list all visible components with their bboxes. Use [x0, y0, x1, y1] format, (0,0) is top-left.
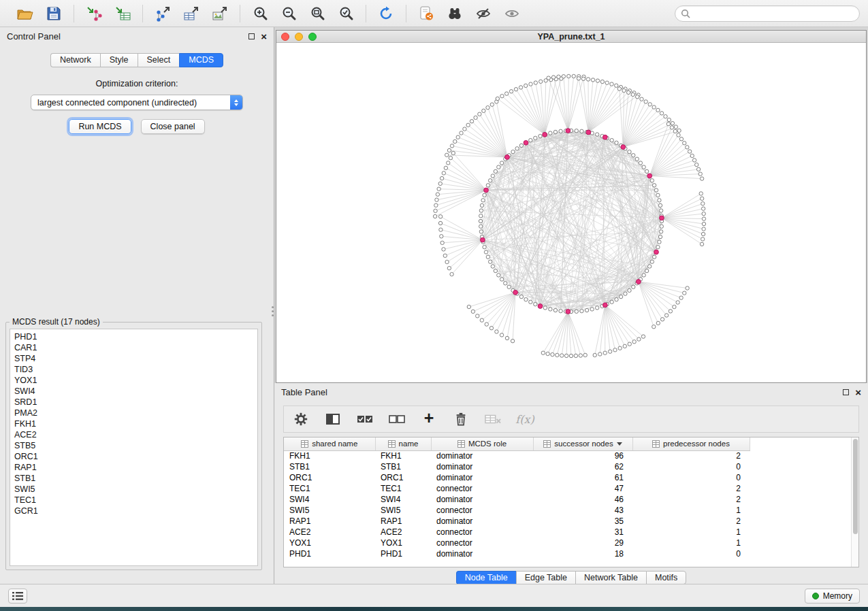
import-network-button[interactable] — [83, 3, 105, 24]
cell-name[interactable]: PHD1 — [375, 548, 431, 559]
cell-predecessors[interactable]: 1 — [632, 527, 750, 538]
cell-name[interactable]: YOX1 — [375, 538, 431, 548]
cell-role[interactable]: dominator — [431, 461, 533, 472]
column-header-mcds-role[interactable]: MCDS role — [431, 437, 533, 450]
close-panel-button[interactable]: Close panel — [141, 119, 205, 134]
cell-name[interactable]: FKH1 — [375, 450, 431, 461]
delete-column-button[interactable] — [452, 410, 470, 428]
run-mcds-button[interactable]: Run MCDS — [69, 119, 131, 134]
cell-predecessors[interactable]: 1 — [632, 538, 750, 548]
export-table-button[interactable] — [180, 3, 202, 24]
table-row[interactable]: RAP1RAP1dominator352 — [284, 516, 750, 527]
cell-successors[interactable]: 61 — [533, 472, 632, 483]
table-row[interactable]: TEC1TEC1connector472 — [284, 483, 750, 494]
cell-predecessors[interactable]: 2 — [632, 516, 750, 527]
cell-role[interactable]: connector — [431, 527, 533, 538]
tab-network[interactable]: Network — [50, 53, 100, 67]
column-header-successor-nodes[interactable]: successor nodes — [533, 437, 632, 450]
cell-shared-name[interactable]: STB1 — [284, 461, 375, 472]
save-session-button[interactable] — [43, 3, 65, 24]
close-panel-icon[interactable]: × — [261, 31, 267, 42]
table-options-button[interactable] — [292, 410, 310, 428]
cell-shared-name[interactable]: RAP1 — [284, 516, 375, 527]
cell-successors[interactable]: 47 — [533, 483, 632, 494]
cell-shared-name[interactable]: FKH1 — [284, 450, 375, 461]
cell-name[interactable]: TEC1 — [375, 483, 431, 494]
table-scrollbar-thumb[interactable] — [853, 439, 858, 534]
cell-name[interactable]: SWI4 — [375, 494, 431, 505]
cell-role[interactable]: dominator — [431, 516, 533, 527]
cell-predecessors[interactable]: 0 — [632, 472, 750, 483]
cell-name[interactable]: RAP1 — [375, 516, 431, 527]
cell-successors[interactable]: 29 — [533, 538, 632, 548]
column-header-name[interactable]: name — [375, 437, 431, 450]
export-image-button[interactable] — [209, 3, 231, 24]
cell-shared-name[interactable]: SWI5 — [284, 505, 375, 516]
window-close-traffic-light[interactable] — [281, 33, 289, 41]
zoom-in-button[interactable] — [249, 3, 271, 24]
zoom-out-button[interactable] — [278, 3, 300, 24]
cell-role[interactable]: connector — [431, 483, 533, 494]
deselect-all-rows-button[interactable] — [388, 410, 406, 428]
table-row[interactable]: FKH1FKH1dominator962 — [284, 450, 750, 461]
hide-graphics-details-button[interactable] — [472, 3, 494, 24]
mcds-result-item[interactable]: TEC1 — [14, 495, 257, 506]
float-table-panel-icon[interactable] — [843, 389, 849, 395]
cell-successors[interactable]: 46 — [533, 494, 632, 505]
table-row[interactable]: ORC1ORC1dominator610 — [284, 472, 750, 483]
cell-successors[interactable]: 96 — [533, 450, 632, 461]
cell-role[interactable]: connector — [431, 505, 533, 516]
window-zoom-traffic-light[interactable] — [308, 33, 317, 41]
create-column-button[interactable]: + — [420, 410, 438, 427]
mcds-result-item[interactable]: GCR1 — [14, 506, 257, 516]
zoom-selected-button[interactable] — [335, 3, 357, 24]
cell-successors[interactable]: 31 — [533, 527, 632, 538]
memory-button[interactable]: Memory — [805, 589, 860, 604]
mcds-result-item[interactable]: SWI5 — [14, 484, 257, 495]
table-row[interactable]: YOX1YOX1connector291 — [284, 538, 750, 548]
mcds-result-item[interactable]: STP4 — [14, 353, 257, 364]
cell-successors[interactable]: 35 — [533, 516, 632, 527]
close-table-panel-icon[interactable]: × — [855, 387, 861, 397]
tab-edge-table[interactable]: Edge Table — [516, 571, 575, 584]
tab-node-table[interactable]: Node Table — [456, 571, 516, 584]
cell-name[interactable]: ORC1 — [375, 472, 431, 483]
cell-predecessors[interactable]: 2 — [632, 450, 750, 461]
cell-predecessors[interactable]: 2 — [632, 483, 750, 494]
cell-name[interactable]: SWI5 — [375, 505, 431, 516]
mcds-result-item[interactable]: FKH1 — [14, 418, 257, 429]
tab-network-table[interactable]: Network Table — [575, 571, 646, 584]
tab-select[interactable]: Select — [138, 53, 180, 67]
mcds-result-item[interactable]: CAR1 — [14, 342, 257, 353]
network-view-canvas[interactable] — [276, 43, 866, 382]
mcds-result-item[interactable]: SWI4 — [14, 386, 257, 397]
cell-shared-name[interactable]: ACE2 — [284, 527, 375, 538]
tab-style[interactable]: Style — [100, 53, 138, 67]
network-window-titlebar[interactable]: YPA_prune.txt_1 — [276, 31, 866, 43]
cell-shared-name[interactable]: TEC1 — [284, 483, 375, 494]
mcds-result-item[interactable]: STB5 — [14, 440, 257, 451]
table-row[interactable]: SWI5SWI5connector431 — [284, 505, 750, 516]
cell-successors[interactable]: 18 — [533, 548, 632, 559]
cell-predecessors[interactable]: 1 — [632, 505, 750, 516]
mcds-result-item[interactable]: STB1 — [14, 473, 257, 484]
mcds-result-item[interactable]: TID3 — [14, 364, 257, 375]
cell-role[interactable]: connector — [431, 538, 533, 548]
show-graphics-details-button[interactable] — [501, 3, 523, 24]
search-input[interactable] — [694, 9, 854, 18]
cell-name[interactable]: ACE2 — [375, 527, 431, 538]
mcds-result-item[interactable]: ORC1 — [14, 451, 257, 462]
cell-shared-name[interactable]: ORC1 — [284, 472, 375, 483]
show-columns-button[interactable] — [324, 410, 342, 428]
table-row[interactable]: ACE2ACE2connector311 — [284, 527, 750, 538]
cell-predecessors[interactable]: 2 — [632, 494, 750, 505]
mcds-result-item[interactable]: SRD1 — [14, 397, 257, 408]
cell-shared-name[interactable]: PHD1 — [284, 548, 375, 559]
cell-role[interactable]: dominator — [431, 548, 533, 559]
cell-shared-name[interactable]: SWI4 — [284, 494, 375, 505]
cell-name[interactable]: STB1 — [375, 461, 431, 472]
zoom-fit-button[interactable] — [306, 3, 328, 24]
criterion-select[interactable]: largest connected component (undirected) — [31, 95, 243, 110]
cell-predecessors[interactable]: 0 — [632, 548, 750, 559]
float-panel-icon[interactable] — [248, 33, 255, 39]
